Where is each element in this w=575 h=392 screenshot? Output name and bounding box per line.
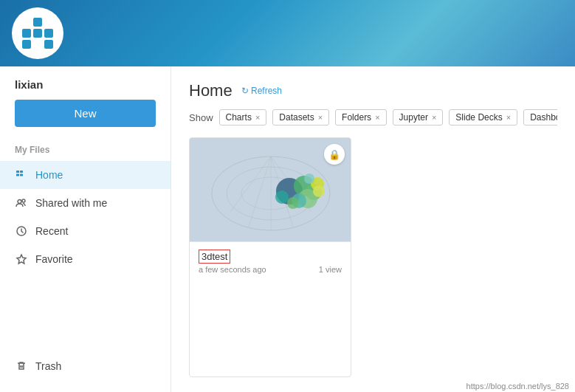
sidebar-home-label: Home <box>35 169 63 181</box>
svg-rect-1 <box>20 171 23 173</box>
card-3dtest[interactable]: 🔒 3dtest a few seconds ago 1 view <box>189 137 351 377</box>
svg-point-25 <box>313 185 325 197</box>
svg-rect-3 <box>20 174 23 176</box>
app-header <box>0 0 575 66</box>
trash-icon <box>15 360 28 373</box>
filter-dashboard[interactable]: Dashboar × <box>523 109 557 125</box>
content-area: Home ↻ Refresh Show Charts × Datasets × … <box>171 66 575 392</box>
svg-point-4 <box>18 200 21 204</box>
card-thumbnail: 🔒 <box>190 138 351 241</box>
show-label: Show <box>189 112 213 123</box>
star-icon <box>15 252 28 266</box>
sidebar-shared-label: Shared with me <box>35 197 107 209</box>
sidebar-recent-label: Recent <box>35 225 68 237</box>
sidebar-item-favorite[interactable]: Favorite <box>0 245 171 273</box>
filter-jupyter[interactable]: Jupyter × <box>393 109 444 125</box>
remove-slidedecks-icon[interactable]: × <box>506 113 511 122</box>
svg-point-26 <box>275 190 289 204</box>
remove-jupyter-icon[interactable]: × <box>432 113 436 122</box>
shared-icon <box>15 196 28 210</box>
my-files-label: My Files <box>0 142 171 161</box>
remove-folders-icon[interactable]: × <box>375 113 379 122</box>
svg-rect-2 <box>16 174 19 176</box>
card-lock-icon[interactable]: 🔒 <box>324 144 345 165</box>
card-views: 1 view <box>319 265 342 274</box>
sidebar-item-shared[interactable]: Shared with me <box>0 189 171 217</box>
page-title: Home <box>189 81 233 100</box>
filter-slidedecks[interactable]: Slide Decks × <box>449 109 517 125</box>
sidebar: lixian New My Files Home Shared with me … <box>0 66 171 392</box>
logo <box>12 7 63 59</box>
filter-datasets[interactable]: Datasets × <box>272 109 329 125</box>
remove-datasets-icon[interactable]: × <box>318 113 323 122</box>
card-info: 3dtest a few seconds ago 1 view <box>190 241 351 281</box>
card-meta: a few seconds ago 1 view <box>199 265 342 274</box>
recent-icon <box>15 224 28 238</box>
username: lixian <box>0 78 171 100</box>
filter-row: Show Charts × Datasets × Folders × Jupyt… <box>189 109 557 125</box>
sidebar-item-recent[interactable]: Recent <box>0 217 171 245</box>
filter-charts[interactable]: Charts × <box>219 109 267 125</box>
content-header: Home ↻ Refresh <box>189 81 557 100</box>
remove-charts-icon[interactable]: × <box>255 113 260 122</box>
footer-hint: https://blog.csdn.net/lys_828 <box>461 380 575 392</box>
card-name-text: 3dtest <box>199 250 230 264</box>
filter-folders[interactable]: Folders × <box>335 109 386 125</box>
logo-dots <box>22 18 53 49</box>
home-icon <box>15 168 28 182</box>
sidebar-item-trash[interactable]: Trash <box>0 352 171 380</box>
svg-point-27 <box>287 197 299 209</box>
svg-rect-0 <box>16 171 19 173</box>
card-name: 3dtest <box>199 250 342 264</box>
refresh-button[interactable]: ↻ Refresh <box>241 86 282 96</box>
main-layout: lixian New My Files Home Shared with me … <box>0 66 575 392</box>
sidebar-trash-label: Trash <box>35 360 61 372</box>
new-button[interactable]: New <box>15 100 156 127</box>
svg-marker-7 <box>17 255 26 264</box>
svg-point-28 <box>304 173 314 184</box>
svg-point-5 <box>22 199 25 202</box>
sidebar-item-home[interactable]: Home <box>0 161 171 189</box>
card-grid: 🔒 3dtest a few seconds ago 1 view <box>189 137 557 377</box>
card-time: a few seconds ago <box>199 265 266 274</box>
sidebar-favorite-label: Favorite <box>35 253 73 265</box>
